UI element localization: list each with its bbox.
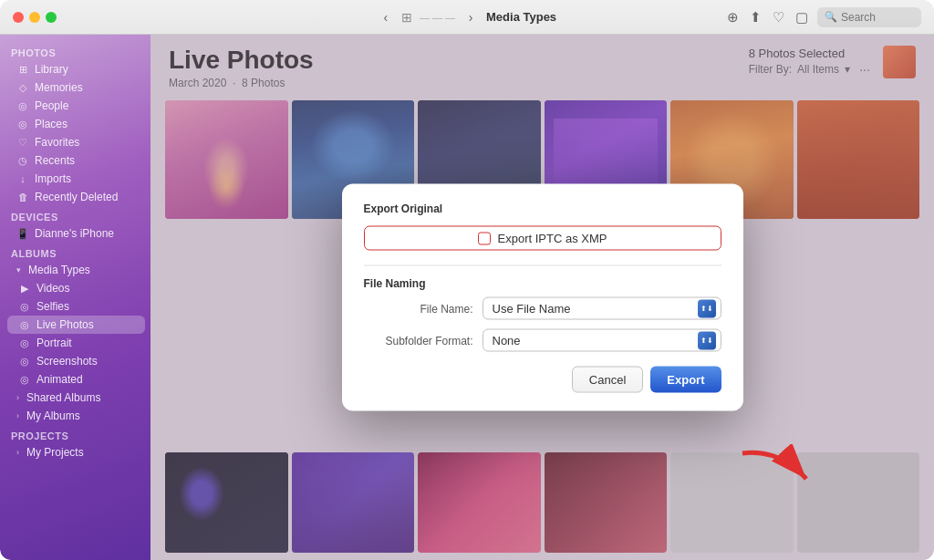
sidebar-label-animated: Animated: [36, 373, 83, 386]
file-name-row: File Name: Use File Name Sequential Date…: [364, 297, 721, 320]
places-icon: ◎: [16, 118, 29, 130]
sidebar-label-screenshots: Screenshots: [36, 355, 98, 368]
sidebar-item-recently-deleted[interactable]: 🗑 Recently Deleted: [5, 188, 145, 206]
sidebar-item-favorites[interactable]: ♡ Favorites: [5, 133, 145, 151]
sidebar-item-videos[interactable]: ▶ Videos: [7, 279, 145, 297]
sidebar-label-portrait: Portrait: [36, 337, 72, 349]
imports-icon: ↓: [16, 172, 29, 185]
sidebar-section-devices: Devices: [0, 206, 150, 224]
iptc-row: Export IPTC as XMP: [364, 223, 721, 262]
title-bar: ‹ ⊞ — — — › Media Types ⊕ ⬆ ♡ ▢ 🔍: [0, 0, 934, 35]
back-button[interactable]: ‹: [378, 9, 394, 26]
app-window: ‹ ⊞ — — — › Media Types ⊕ ⬆ ♡ ▢ 🔍 Photos: [0, 0, 934, 560]
export-button[interactable]: Export: [650, 367, 721, 393]
animated-icon: ◎: [18, 373, 31, 386]
sidebar-label-iphone: Dianne's iPhone: [35, 227, 114, 240]
sidebar-label-library: Library: [35, 63, 68, 76]
sidebar-item-iphone[interactable]: 📱 Dianne's iPhone: [5, 224, 145, 243]
dialog-buttons: Cancel Export: [364, 367, 721, 393]
content-area: Live Photos March 2020 · 8 Photos 8 Phot…: [150, 35, 934, 560]
title-bar-right: ⊕ ⬆ ♡ ▢ 🔍: [727, 7, 921, 27]
screenshots-icon: ◎: [18, 355, 31, 368]
chevron-right-icon: ›: [16, 393, 19, 402]
cancel-button[interactable]: Cancel: [572, 367, 643, 393]
subfolder-select-wrapper: None Moment Name Date Year ⬆⬇: [483, 329, 721, 352]
location-icon[interactable]: ⊕: [727, 9, 739, 26]
sidebar-item-places[interactable]: ◎ Places: [5, 115, 145, 133]
deleted-icon: 🗑: [16, 191, 29, 203]
file-name-label: File Name:: [364, 302, 473, 315]
sidebar-section-albums: Albums: [0, 243, 150, 261]
sidebar-label-places: Places: [35, 118, 67, 130]
dialog-divider: [364, 265, 721, 266]
sidebar: Photos ⊞ Library ◇ Memories ◎ People ◎ P…: [0, 35, 150, 560]
sidebar-item-animated[interactable]: ◎ Animated: [7, 370, 145, 389]
selfies-icon: ◎: [18, 300, 31, 313]
sidebar-item-shared-albums[interactable]: › Shared Albums: [5, 389, 145, 407]
subfolder-label: Subfolder Format:: [364, 334, 473, 347]
sidebar-section-photos: Photos: [0, 42, 150, 60]
sidebar-item-media-types[interactable]: ▾ Media Types: [5, 261, 145, 279]
file-naming-section: File Naming File Name: Use File Name Seq…: [364, 277, 721, 352]
minimize-button[interactable]: [29, 12, 40, 23]
sidebar-label-my-projects: My Projects: [26, 446, 84, 459]
main-layout: Photos ⊞ Library ◇ Memories ◎ People ◎ P…: [0, 35, 934, 560]
chevron-right-icon-3: ›: [16, 448, 19, 457]
search-input[interactable]: [841, 11, 914, 24]
people-icon: ◎: [16, 99, 29, 112]
sidebar-label-my-albums: My Albums: [26, 410, 80, 422]
sidebar-label-favorites: Favorites: [35, 136, 79, 149]
iptc-checkbox: [478, 232, 491, 244]
sidebar-item-my-albums[interactable]: › My Albums: [5, 407, 145, 425]
sidebar-item-screenshots[interactable]: ◎ Screenshots: [7, 352, 145, 370]
subfolder-row: Subfolder Format: None Moment Name Date …: [364, 329, 721, 352]
sidebar-label-selfies: Selfies: [36, 300, 69, 313]
recents-icon: ◷: [16, 154, 29, 167]
sidebar-item-imports[interactable]: ↓ Imports: [5, 170, 145, 188]
search-icon: 🔍: [825, 11, 837, 23]
sidebar-section-projects: Projects: [0, 425, 150, 443]
toolbar-icons: ⊕ ⬆ ♡ ▢: [727, 9, 808, 26]
export-section-label: Export Original: [364, 202, 721, 215]
favorite-icon[interactable]: ♡: [773, 9, 784, 26]
search-bar[interactable]: 🔍: [817, 7, 921, 27]
nav-separator: — — —: [420, 12, 455, 23]
sidebar-label-videos: Videos: [36, 282, 69, 295]
close-button[interactable]: [13, 12, 24, 23]
traffic-lights: [13, 12, 57, 23]
export-iptc-button[interactable]: Export IPTC as XMP: [364, 226, 721, 251]
sidebar-label-recents: Recents: [35, 154, 75, 167]
live-photos-icon: ◎: [18, 318, 31, 331]
sidebar-item-memories[interactable]: ◇ Memories: [5, 78, 145, 97]
sidebar-item-my-projects[interactable]: › My Projects: [5, 443, 145, 461]
title-bar-center: ‹ ⊞ — — — › Media Types: [378, 9, 556, 26]
sidebar-label-live-photos: Live Photos: [36, 318, 94, 331]
slideshow-icon[interactable]: ▢: [795, 9, 808, 26]
videos-icon: ▶: [18, 282, 31, 295]
sidebar-item-people[interactable]: ◎ People: [5, 97, 145, 115]
export-dialog: Export Original Export IPTC as XMP File …: [342, 184, 743, 411]
sidebar-item-portrait[interactable]: ◎ Portrait: [7, 334, 145, 352]
sidebar-label-shared-albums: Shared Albums: [26, 391, 100, 404]
file-name-select[interactable]: Use File Name Sequential Date/Time: [483, 297, 721, 320]
sidebar-label-people: People: [35, 99, 68, 112]
portrait-icon: ◎: [18, 337, 31, 349]
file-naming-label: File Naming: [364, 277, 721, 290]
sidebar-item-library[interactable]: ⊞ Library: [5, 60, 145, 78]
iptc-button-label: Export IPTC as XMP: [498, 232, 607, 245]
sidebar-label-imports: Imports: [35, 172, 71, 185]
sidebar-item-selfies[interactable]: ◎ Selfies: [7, 297, 145, 316]
chevron-down-icon: ▾: [16, 265, 21, 275]
sidebar-label-memories: Memories: [35, 81, 83, 94]
sidebar-label-deleted: Recently Deleted: [35, 191, 118, 203]
sidebar-item-recents[interactable]: ◷ Recents: [5, 151, 145, 170]
sidebar-item-live-photos[interactable]: ◎ Live Photos: [7, 316, 145, 334]
memories-icon: ◇: [16, 81, 29, 94]
file-name-select-wrapper: Use File Name Sequential Date/Time ⬆⬇: [483, 297, 721, 320]
share-icon[interactable]: ⬆: [750, 9, 762, 26]
library-icon: ⊞: [16, 63, 29, 76]
favorites-icon: ♡: [16, 136, 29, 149]
maximize-button[interactable]: [46, 12, 57, 23]
forward-button[interactable]: ›: [462, 9, 479, 26]
subfolder-select[interactable]: None Moment Name Date Year: [483, 329, 721, 352]
